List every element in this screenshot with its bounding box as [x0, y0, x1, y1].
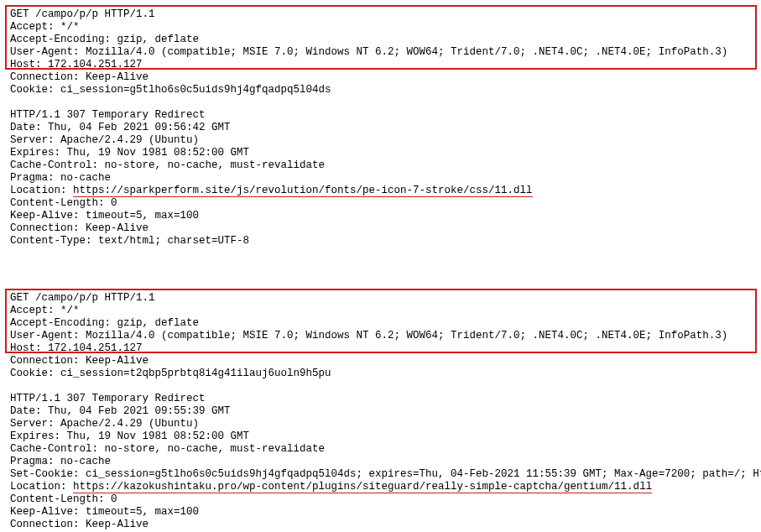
- location-label: Location:: [10, 185, 73, 196]
- http-line: Location: https://kazokushintaku.pro/wp-…: [10, 481, 754, 493]
- http-line: Accept-Encoding: gzip, deflate: [10, 34, 754, 46]
- http-line: Host: 172.104.251.127: [10, 342, 754, 355]
- http-line: Server: Apache/2.4.29 (Ubuntu): [10, 134, 754, 147]
- http-line: Keep-Alive: timeout=5, max=100: [10, 506, 754, 519]
- http-line: Content-Length: 0: [10, 493, 754, 506]
- http-line: Connection: Keep-Alive: [10, 355, 754, 368]
- http-line: Host: 172.104.251.127: [10, 59, 754, 71]
- http-line: Date: Thu, 04 Feb 2021 09:56:42 GMT: [10, 122, 754, 134]
- http-line: Location: https://sparkperform.site/js/r…: [10, 185, 754, 197]
- http-line: Connection: Keep-Alive: [10, 519, 754, 531]
- http-line: Expires: Thu, 19 Nov 1981 08:52:00 GMT: [10, 430, 754, 443]
- http-line: GET /campo/p/p HTTP/1.1: [10, 292, 754, 305]
- http-line: Pragma: no-cache: [10, 456, 754, 468]
- http-line: Content-Length: 0: [10, 197, 754, 210]
- http-line: Date: Thu, 04 Feb 2021 09:55:39 GMT: [10, 405, 754, 418]
- http-line: Cookie: ci_session=t2qbp5prbtq8i4g41ilau…: [10, 368, 754, 380]
- location-url: https://kazokushintaku.pro/wp-content/pl…: [73, 482, 652, 493]
- http-line: User-Agent: Mozilla/4.0 (compatible; MSI…: [10, 330, 754, 342]
- http-line: Cookie: ci_session=g5tlho6s0c5uids9hj4gf…: [10, 84, 754, 96]
- http-line: Accept: */*: [10, 305, 754, 317]
- http-line: Connection: Keep-Alive: [10, 222, 754, 235]
- http-line: Cache-Control: no-store, no-cache, must-…: [10, 159, 754, 172]
- http-line: Accept: */*: [10, 21, 754, 34]
- http-line: Expires: Thu, 19 Nov 1981 08:52:00 GMT: [10, 147, 754, 159]
- http-line: Content-Type: text/html; charset=UTF-8: [10, 235, 754, 248]
- http-line: HTTP/1.1 307 Temporary Redirect: [10, 393, 754, 405]
- http-dump: GET /campo/p/p HTTP/1.1Accept: */*Accept…: [0, 0, 761, 532]
- http-line: Set-Cookie: ci_session=g5tlho6s0c5uids9h…: [10, 468, 754, 481]
- http-line: HTTP/1.1 307 Temporary Redirect: [10, 109, 754, 122]
- http-line: Accept-Encoding: gzip, deflate: [10, 317, 754, 330]
- http-line: Keep-Alive: timeout=5, max=100: [10, 210, 754, 222]
- http-line: GET /campo/p/p HTTP/1.1: [10, 8, 754, 21]
- http-line: Cache-Control: no-store, no-cache, must-…: [10, 443, 754, 456]
- http-line: Server: Apache/2.4.29 (Ubuntu): [10, 418, 754, 430]
- location-url: https://sparkperform.site/js/revolution/…: [73, 185, 533, 197]
- http-line: Pragma: no-cache: [10, 172, 754, 185]
- http-line: User-Agent: Mozilla/4.0 (compatible; MSI…: [10, 46, 754, 59]
- http-line: Connection: Keep-Alive: [10, 71, 754, 84]
- location-label: Location:: [10, 481, 73, 493]
